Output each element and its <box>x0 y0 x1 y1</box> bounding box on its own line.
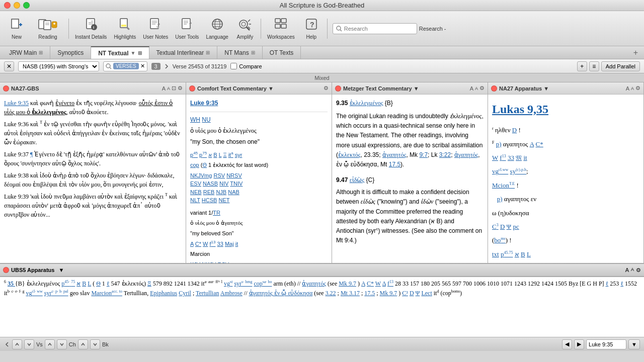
app-p2-ref[interactable]: p) <box>497 195 503 203</box>
highlights-button[interactable]: Highlights <box>111 14 139 44</box>
apparatus-settings[interactable]: ⚙ <box>635 85 640 92</box>
bottom-p45-ref[interactable]: p45· <box>61 280 69 287</box>
next-btn[interactable]: ▶ <box>574 339 584 349</box>
metzger-mt175-ref[interactable]: 17.5 <box>389 161 400 168</box>
new-button[interactable]: New <box>4 14 29 44</box>
reading-button[interactable]: Reading <box>30 14 65 44</box>
W-ref[interactable]: W <box>203 241 208 247</box>
bottom-mk97-2-ref[interactable]: Mk 9.7 <box>380 290 397 297</box>
bottom-ell3-ref[interactable]: ℓ <box>620 280 623 287</box>
rsvmg-ref[interactable]: RSVmg <box>217 261 236 263</box>
nlt-ref[interactable]: NLT <box>190 197 200 203</box>
nasb-ref[interactable]: NASB <box>203 180 218 187</box>
bottom-cop-refs[interactable]: copsa· bo <box>254 280 272 287</box>
bottom-L-ref[interactable]: L <box>88 280 91 287</box>
bottom-B-ref[interactable]: B <box>82 280 86 287</box>
app-m-ref[interactable]: 𝔐 <box>516 154 522 161</box>
app-L-ref[interactable]: L <box>527 250 531 258</box>
tab-add-button[interactable]: + <box>629 46 642 59</box>
app-f13-ref[interactable]: f13 <box>500 154 506 161</box>
app-p4575-ref[interactable]: p45.75 <box>501 250 513 258</box>
bottom-verse-num[interactable]: 35 <box>8 280 15 287</box>
theta-ref[interactable]: Θ <box>202 162 207 168</box>
bottom-C3-ref[interactable]: C³ <box>402 290 408 297</box>
p45-ref[interactable]: p45 <box>190 152 198 158</box>
bible-version-select[interactable]: NASB (1995) with Strong's <box>18 61 99 71</box>
app-Mcion-ref[interactable]: McionT.E <box>492 182 515 189</box>
add-parallel-button[interactable]: Add Parallel <box>601 61 640 71</box>
metzger-font-small[interactable]: A <box>475 86 478 91</box>
bottom-agapetos[interactable]: ἀγαπητός <box>302 280 326 287</box>
ch-down-btn[interactable] <box>57 339 67 349</box>
apparatus-font-large[interactable]: A <box>626 85 629 92</box>
app-aleph-ref[interactable]: א <box>515 250 519 258</box>
bottom-p75-ref[interactable]: 75 <box>69 280 75 287</box>
metzger-agapetos2-ref[interactable]: ἀγαπητός <box>454 151 478 158</box>
metzger-greek-ref[interactable]: ἐκλελεγμένος <box>350 100 383 107</box>
syr-ref[interactable]: syr <box>235 152 243 158</box>
luke-9-37-ref[interactable]: ¶ <box>30 151 33 158</box>
metzger-settings[interactable]: ⚙ <box>479 85 485 92</box>
bottom-syr2-refs[interactable]: syrc· p· h· pal <box>44 290 68 297</box>
p75-ref[interactable]: p75 <box>199 152 207 158</box>
bk-up-btn[interactable] <box>78 339 88 349</box>
bottom-epiphanius-ref[interactable]: Epiphanius <box>150 290 177 297</box>
bottom-mt317-ref[interactable]: Mt 3.17 <box>341 290 360 297</box>
tab-synoptics[interactable]: Synoptics <box>50 46 91 59</box>
bottom-175-ref[interactable]: 17.5 <box>364 290 375 297</box>
maximize-button[interactable] <box>23 2 30 9</box>
app-boms-ref[interactable]: boms <box>494 236 505 244</box>
bottom-cyril-ref[interactable]: Cyril <box>179 290 191 297</box>
app-Psi-ref[interactable]: Ψ <box>507 223 512 230</box>
tab-jrw-main[interactable]: JRW Main ⊞ <box>2 46 50 59</box>
bottom-W-ref[interactable]: W <box>375 280 381 287</box>
reb-ref[interactable]: REB <box>203 189 215 195</box>
C-ref[interactable]: C* <box>195 241 201 247</box>
tab-ot-texts[interactable]: OT Texts <box>263 46 301 59</box>
A-ref2[interactable]: A <box>190 241 194 247</box>
Xi-ref[interactable]: Ξ <box>223 152 226 158</box>
bottom-syr-refs[interactable]: syrs· hmg <box>234 280 252 287</box>
minimize-button[interactable] <box>14 2 20 9</box>
research-search-wrap[interactable] <box>333 23 417 34</box>
app-C*-ref[interactable]: C* <box>536 140 543 148</box>
user-tools-button[interactable]: User Tools <box>172 14 202 44</box>
tab-textual-interlinear[interactable]: Textual Interlinear ⊞ <box>149 46 218 59</box>
verse-dec-icon[interactable]: ≡ <box>589 61 599 71</box>
panel-close-x[interactable]: ✕ <box>4 61 14 71</box>
panel-settings-icon[interactable]: ⚙ <box>178 85 183 92</box>
hcsb-ref[interactable]: HCSB <box>202 197 217 203</box>
language-button[interactable]: Language <box>203 14 231 44</box>
f13-ref[interactable]: f13 <box>210 241 216 247</box>
panel-comfort-text-close[interactable] <box>189 85 195 92</box>
instant-details-button[interactable]: i Instant Details <box>72 14 110 44</box>
research-input[interactable] <box>344 26 414 32</box>
app-D2-ref[interactable]: D <box>500 223 505 230</box>
metzger-eklektos-ref[interactable]: ἐκλεκτός <box>338 151 361 158</box>
apparatus-bottom-font-small[interactable]: A <box>631 267 634 274</box>
app-vgcl-ref[interactable]: vgcl.ww <box>492 167 508 175</box>
comfort-luke-9-35-ref[interactable]: Luke 9:35 <box>190 100 218 107</box>
it2-ref[interactable]: it <box>235 241 238 247</box>
bottom-ambrose-ref[interactable]: Ambrose <box>220 290 243 297</box>
app-D-ref[interactable]: D <box>512 126 517 134</box>
nkjv-ref[interactable]: NKJV <box>202 261 216 263</box>
net-ref[interactable]: NET <box>218 197 229 203</box>
bottom-322-ref[interactable]: 3.22 <box>326 290 336 297</box>
bottom-ell2-ref[interactable]: ℓ <box>606 280 609 287</box>
prev-btn[interactable]: ◀ <box>562 339 572 349</box>
esv-ref[interactable]: ESV <box>190 180 201 187</box>
bottom-vgcl-ref[interactable]: vgcl· ww <box>26 290 42 297</box>
panel-options-icon[interactable]: ⊡ <box>172 85 176 92</box>
niv-ref[interactable]: NIV <box>219 180 228 187</box>
verse-ref-down-btn[interactable]: ▼ <box>628 339 640 349</box>
app-W-ref[interactable]: W <box>492 154 498 161</box>
nu-link[interactable]: NU <box>202 116 210 123</box>
apparatus-bottom-font-large[interactable]: A <box>625 267 629 274</box>
apparatus-bottom-close[interactable] <box>3 267 9 273</box>
bk-down-btn[interactable] <box>90 339 100 349</box>
kjv-ref[interactable]: KJV <box>190 261 200 263</box>
font-size-large-icon[interactable]: A <box>162 85 166 92</box>
app-p-ref[interactable]: p) <box>496 140 502 148</box>
nkjvmg-ref[interactable]: NKJVmg <box>190 172 212 178</box>
